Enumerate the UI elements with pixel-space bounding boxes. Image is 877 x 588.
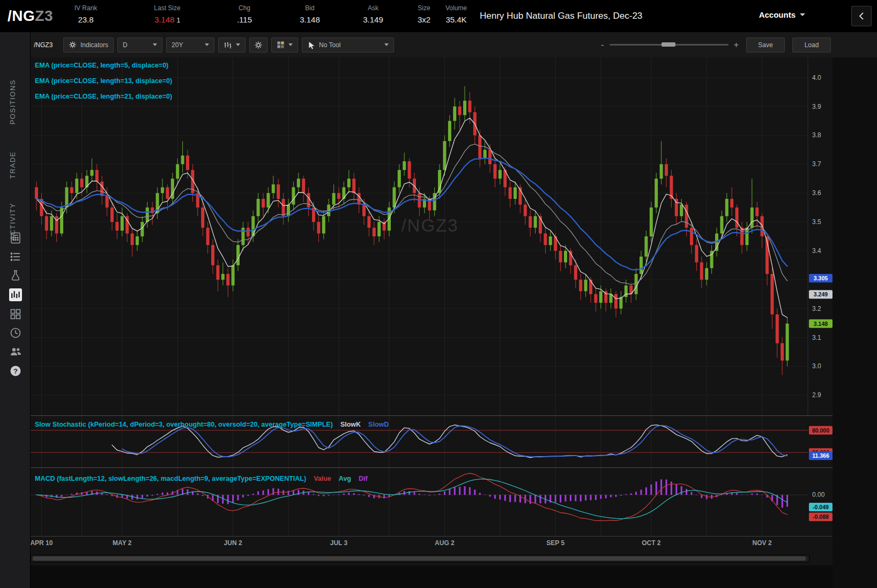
price-axis-tick: 3.1 — [812, 334, 821, 341]
gear-icon — [69, 41, 77, 49]
grid-icon — [277, 41, 285, 49]
price-axis-tick: 3.4 — [812, 247, 821, 255]
price-axis-badge: 3.148 — [809, 319, 833, 328]
macd-axis-badge: -0.049 — [809, 503, 833, 511]
x-axis-label: JUN 2 — [219, 539, 248, 547]
range-dropdown[interactable]: 20Y — [166, 38, 214, 53]
price-axis-tick: 3.5 — [812, 218, 821, 226]
stat-bid: Bid 3.148 — [300, 4, 320, 24]
stat-chg: Chg .115 — [237, 4, 252, 24]
chevron-down-icon — [153, 43, 157, 46]
macd-zero-label: 0.00 — [812, 491, 825, 498]
trading-platform-window: /NGZ3 IV Rank 23.8 Last Size 3.1481 Chg … — [0, 0, 877, 588]
save-button[interactable]: Save — [746, 38, 785, 53]
contract-description: Henry Hub Natural Gas Futures, Dec-23 — [480, 11, 642, 21]
svg-text:3.305: 3.305 — [814, 275, 828, 281]
sidebar-tab-positions[interactable]: POSITIONS — [9, 79, 17, 124]
chart-type-dropdown[interactable] — [218, 38, 246, 53]
x-axis-label: SEP 5 — [541, 539, 570, 547]
chevron-down-icon — [384, 43, 389, 46]
price-axis-badge: 3.305 — [809, 274, 833, 282]
symbol-watermark: /NGZ3 — [401, 215, 458, 235]
x-axis-label: OCT 2 — [637, 539, 666, 547]
history-clock-icon[interactable] — [8, 325, 23, 340]
svg-text:3.249: 3.249 — [814, 291, 828, 297]
chevron-down-icon — [236, 43, 240, 46]
calculator-icon[interactable] — [8, 230, 23, 245]
zoom-slider[interactable] — [610, 44, 729, 46]
chart-settings-button[interactable] — [249, 38, 267, 53]
ema5-label[interactable]: EMA (price=CLOSE, length=5, displace=0) — [35, 62, 172, 69]
zoom-in-button[interactable]: + — [734, 40, 739, 50]
indicators-button[interactable]: Indicators — [63, 38, 114, 53]
sidebar-tab-trade[interactable]: TRADE — [9, 151, 17, 179]
ema-study-labels: EMA (price=CLOSE, length=5, displace=0) … — [35, 62, 172, 100]
chevron-down-icon — [288, 43, 293, 46]
x-axis-label: APR 10 — [27, 539, 56, 547]
bottom-strip — [31, 565, 833, 588]
price-axis-tick: 3.8 — [812, 131, 821, 139]
accounts-menu[interactable]: Accounts — [759, 10, 805, 19]
symbol-suffix: Z3 — [35, 8, 53, 24]
stat-last-size: Last Size 3.1481 — [154, 4, 180, 24]
x-axis-label: JUL 3 — [324, 539, 353, 547]
zoom-out-button[interactable]: - — [601, 40, 604, 50]
ohlc-chart-icon — [224, 41, 232, 49]
symbol-input[interactable] — [34, 38, 60, 52]
price-axis-tick: 2.9 — [812, 391, 821, 399]
chevron-left-icon — [858, 12, 865, 20]
stat-ask: Ask 3.149 — [363, 4, 383, 24]
flask-icon[interactable] — [8, 268, 23, 282]
ema13-line — [36, 144, 787, 285]
price-axis-badge: 3.249 — [809, 290, 833, 299]
chevron-down-icon — [205, 43, 209, 46]
macd-label[interactable]: MACD (fastLength=12, slowLength=26, macd… — [35, 475, 306, 482]
price-axis-tick: 3.2 — [812, 305, 821, 312]
price-chart[interactable]: 4.03.93.83.73.63.53.43.33.23.13.02.9/NGZ… — [31, 57, 833, 415]
ema21-line — [36, 158, 787, 270]
watchlist-icon[interactable] — [8, 249, 23, 264]
svg-text:-0.049: -0.049 — [813, 504, 829, 510]
scrollbar-thumb[interactable] — [33, 556, 806, 561]
x-axis-label: MAY 2 — [108, 539, 137, 547]
price-axis-tick: 4.0 — [812, 74, 821, 81]
help-icon[interactable]: ? — [8, 363, 23, 378]
chart-toolbar: Indicators D 20Y — [31, 32, 877, 57]
grid-view-dropdown[interactable] — [271, 38, 298, 53]
gear-icon — [254, 41, 263, 49]
collapse-panel-button[interactable] — [851, 6, 872, 26]
svg-text:3.148: 3.148 — [814, 321, 828, 327]
svg-text:-0.088: -0.088 — [813, 513, 829, 520]
price-axis-tick: 3.9 — [812, 103, 821, 110]
ema21-label[interactable]: EMA (price=CLOSE, length=21, displace=0) — [35, 93, 172, 100]
symbol-title: /NGZ3 — [8, 8, 53, 25]
load-button[interactable]: Load — [792, 38, 831, 53]
users-icon[interactable] — [8, 344, 23, 359]
zoom-slider-thumb[interactable] — [662, 42, 675, 47]
stochastic-label[interactable]: Slow Stochastic (kPeriod=14, dPeriod=3, … — [35, 421, 333, 428]
svg-text:?: ? — [13, 367, 18, 375]
quote-header: /NGZ3 IV Rank 23.8 Last Size 3.1481 Chg … — [0, 0, 877, 32]
stat-size: Size 3x2 — [418, 4, 430, 24]
chart-pattern-icon-selected[interactable] — [8, 287, 23, 302]
left-sidebar: POSITIONS TRADE ACTIVITY ? — [0, 32, 31, 588]
x-axis-label: AUG 2 — [430, 539, 459, 547]
timeframe-dropdown[interactable]: D — [117, 38, 162, 53]
time-axis[interactable]: APR 10MAY 2JUN 2JUL 3AUG 2SEP 5OCT 2NOV … — [31, 536, 833, 550]
macd-axis-badge: -0.088 — [809, 512, 833, 521]
symbol-root: /NG — [8, 8, 35, 24]
cursor-icon — [307, 41, 315, 49]
x-axis-label: NOV 2 — [748, 539, 777, 547]
zoom-control: - + — [601, 40, 739, 50]
svg-text:80.000: 80.000 — [812, 427, 829, 434]
stat-volume: Volume 35.4K — [445, 4, 467, 24]
chart-scrollbar[interactable] — [31, 555, 809, 562]
chevron-down-icon — [800, 13, 805, 16]
chart-gadget: Indicators D 20Y — [31, 32, 877, 588]
stat-iv-rank: IV Rank 23.8 — [75, 4, 98, 24]
ema13-label[interactable]: EMA (price=CLOSE, length=13, displace=0) — [35, 77, 172, 85]
chart-area[interactable]: 4.03.93.83.73.63.53.43.33.23.13.02.9/NGZ… — [31, 57, 833, 588]
grid-layout-icon[interactable] — [8, 307, 23, 321]
right-gutter — [833, 57, 877, 588]
drawing-tool-dropdown[interactable]: No Tool — [302, 38, 394, 53]
